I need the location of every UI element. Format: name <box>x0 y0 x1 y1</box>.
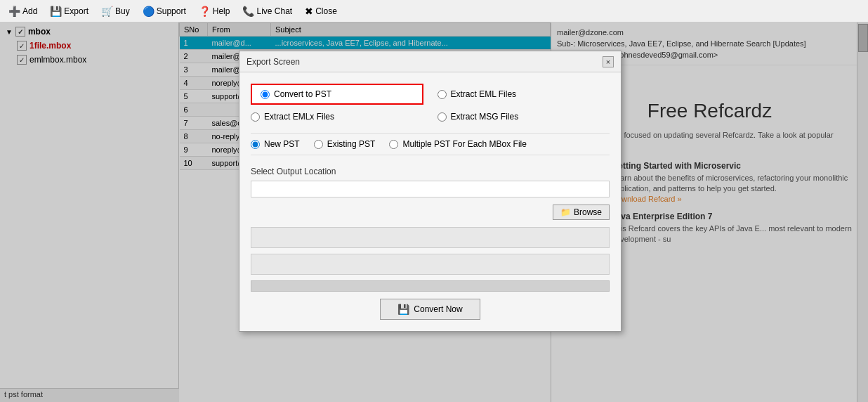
multiple-pst-radio[interactable] <box>389 140 398 149</box>
new-pst-label[interactable]: New PST <box>264 139 300 149</box>
add-label: Add <box>22 6 37 16</box>
browse-button[interactable]: 📁 Browse <box>553 205 610 220</box>
extract-emlx-radio[interactable] <box>251 112 260 122</box>
new-pst-option[interactable]: New PST <box>251 139 300 149</box>
export-label: Export <box>64 6 88 16</box>
buy-icon: 🛒 <box>101 6 113 17</box>
multiple-pst-label[interactable]: Multiple PST For Each MBox File <box>402 139 527 149</box>
convert-btn-container: 💾 Convert Now <box>251 299 610 320</box>
convert-pst-radio[interactable] <box>261 90 270 99</box>
livechat-button[interactable]: 📞 Live Chat <box>237 1 298 21</box>
buy-label: Buy <box>115 6 130 16</box>
add-button[interactable]: ➕ Add <box>3 1 43 21</box>
modal-titlebar: Export Screen × <box>239 51 621 72</box>
close-label: Close <box>315 6 337 16</box>
progress-area-1 <box>251 227 610 248</box>
convert-pst-label[interactable]: Convert to PST <box>274 89 331 99</box>
existing-pst-radio[interactable] <box>314 140 323 149</box>
browse-icon: 📁 <box>560 207 571 217</box>
help-button[interactable]: ❓ Help <box>193 1 236 21</box>
progress-area-2 <box>251 254 610 275</box>
modal-title: Export Screen <box>246 57 300 67</box>
support-label: Support <box>157 6 186 16</box>
extract-emlx-option[interactable]: Extract EMLx Files <box>251 112 423 122</box>
extract-eml-label[interactable]: Extract EML Files <box>451 89 517 99</box>
existing-pst-label[interactable]: Existing PST <box>327 139 376 149</box>
extract-msg-radio[interactable] <box>438 112 447 122</box>
extract-msg-option[interactable]: Extract MSG Files <box>438 112 610 122</box>
extract-emlx-label[interactable]: Extract EMLx Files <box>264 112 334 122</box>
output-location-input[interactable] <box>251 181 610 197</box>
extract-msg-label[interactable]: Extract MSG Files <box>451 112 519 122</box>
livechat-icon: 📞 <box>242 6 254 17</box>
close-icon: ✖ <box>305 6 313 17</box>
convert-btn-label: Convert Now <box>414 304 462 314</box>
multiple-pst-option[interactable]: Multiple PST For Each MBox File <box>389 139 527 149</box>
output-location-label: Select Output Location <box>251 167 610 176</box>
export-modal: Export Screen × Convert to PST Extract E… <box>239 51 622 332</box>
extract-eml-radio[interactable] <box>438 90 447 99</box>
close-button[interactable]: ✖ Close <box>299 1 343 21</box>
pst-type-row: New PST Existing PST Multiple PST For Ea… <box>251 133 610 155</box>
modal-body: Convert to PST Extract EML Files Extract… <box>239 72 621 331</box>
new-pst-radio[interactable] <box>251 140 260 149</box>
convert-icon: 💾 <box>397 304 409 315</box>
modal-close-button[interactable]: × <box>603 56 614 67</box>
buy-button[interactable]: 🛒 Buy <box>96 1 136 21</box>
livechat-label: Live Chat <box>256 6 292 16</box>
convert-to-pst-option[interactable]: Convert to PST <box>251 84 423 105</box>
conversion-options: Convert to PST Extract EML Files Extract… <box>251 84 610 122</box>
toolbar: ➕ Add 💾 Export 🛒 Buy 🔵 Support ❓ Help 📞 … <box>0 0 868 22</box>
browse-row: 📁 Browse <box>251 205 610 220</box>
support-button[interactable]: 🔵 Support <box>137 1 192 21</box>
add-icon: ➕ <box>8 6 20 17</box>
convert-now-button[interactable]: 💾 Convert Now <box>380 299 480 320</box>
extract-eml-option[interactable]: Extract EML Files <box>438 84 610 105</box>
progress-bar-thin <box>251 280 610 292</box>
export-icon: 💾 <box>50 6 62 17</box>
modal-overlay: Export Screen × Convert to PST Extract E… <box>0 22 868 402</box>
browse-label: Browse <box>574 207 602 217</box>
help-label: Help <box>213 6 230 16</box>
export-button[interactable]: 💾 Export <box>44 1 94 21</box>
support-icon: 🔵 <box>143 6 154 17</box>
existing-pst-option[interactable]: Existing PST <box>314 139 376 149</box>
help-icon: ❓ <box>199 6 211 17</box>
